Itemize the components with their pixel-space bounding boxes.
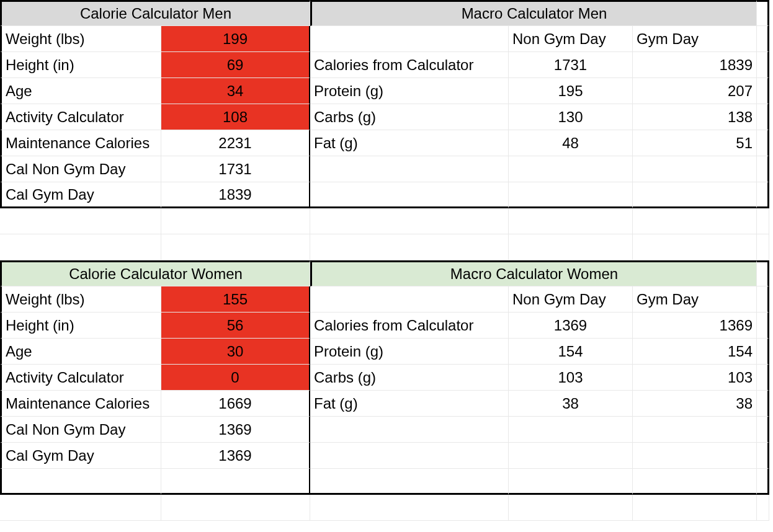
label-carbs-women: Carbs (g) (310, 365, 509, 391)
input-height-women[interactable]: 56 (161, 313, 310, 339)
empty-cell (509, 156, 633, 182)
label-age-men: Age (0, 78, 161, 104)
col-header-nongym-men: Non Gym Day (509, 26, 633, 52)
label-calgym-women: Cal Gym Day (0, 443, 161, 469)
value-cal-gym-women: 1369 (633, 313, 757, 339)
input-age-men[interactable]: 34 (161, 78, 310, 104)
header-macro-women: Macro Calculator Women (310, 260, 757, 286)
empty-cell (310, 469, 509, 495)
label-calnongym-women: Cal Non Gym Day (0, 417, 161, 443)
label-activity-women: Activity Calculator (0, 365, 161, 391)
label-weight-women: Weight (lbs) (0, 286, 161, 313)
empty-cell (633, 443, 757, 469)
input-activity-women[interactable]: 0 (161, 365, 310, 391)
empty-cell (310, 182, 509, 208)
macro-blank (310, 286, 509, 313)
empty-cell (757, 495, 769, 521)
spacer (757, 156, 769, 182)
value-protein-nongym-men: 195 (509, 78, 633, 104)
label-calgym-men: Cal Gym Day (0, 182, 161, 208)
empty-cell (509, 208, 633, 234)
empty-cell (633, 182, 757, 208)
value-protein-nongym-women: 154 (509, 339, 633, 365)
value-protein-gym-men: 207 (633, 78, 757, 104)
value-fat-gym-women: 38 (633, 391, 757, 417)
value-calgym-men: 1839 (161, 182, 310, 208)
macro-blank (310, 26, 509, 52)
input-height-men[interactable]: 69 (161, 52, 310, 78)
label-height-men: Height (in) (0, 52, 161, 78)
input-weight-men[interactable]: 199 (161, 26, 310, 52)
col-header-nongym-women: Non Gym Day (509, 286, 633, 313)
value-calnongym-men: 1731 (161, 156, 310, 182)
value-carbs-gym-women: 103 (633, 365, 757, 391)
empty-cell (310, 208, 509, 234)
label-weight-men: Weight (lbs) (0, 26, 161, 52)
spacer (757, 26, 769, 52)
spacer (757, 130, 769, 156)
value-maintenance-men: 2231 (161, 130, 310, 156)
spacer (757, 365, 769, 391)
empty-cell (161, 208, 310, 234)
label-maintenance-men: Maintenance Calories (0, 130, 161, 156)
empty-cell (310, 443, 509, 469)
label-fat-men: Fat (g) (310, 130, 509, 156)
empty-cell (310, 417, 509, 443)
spacer (757, 286, 769, 313)
spacer (757, 104, 769, 130)
input-age-women[interactable]: 30 (161, 339, 310, 365)
label-height-women: Height (in) (0, 313, 161, 339)
empty-cell (310, 156, 509, 182)
label-protein-men: Protein (g) (310, 78, 509, 104)
label-age-women: Age (0, 339, 161, 365)
value-cal-gym-men: 1839 (633, 52, 757, 78)
empty-cell (633, 208, 757, 234)
empty-cell (757, 234, 769, 260)
label-calories-from-calc-men: Calories from Calculator (310, 52, 509, 78)
empty-cell (509, 182, 633, 208)
empty-cell (161, 234, 310, 260)
empty-cell (509, 469, 633, 495)
value-fat-gym-men: 51 (633, 130, 757, 156)
spacer (757, 78, 769, 104)
spacer (757, 469, 769, 495)
empty-cell (310, 495, 509, 521)
empty-cell (0, 234, 161, 260)
label-activity-men: Activity Calculator (0, 104, 161, 130)
empty-cell (509, 443, 633, 469)
value-fat-nongym-women: 38 (509, 391, 633, 417)
value-protein-gym-women: 154 (633, 339, 757, 365)
spacer (757, 443, 769, 469)
col-header-gym-men: Gym Day (633, 26, 757, 52)
empty-cell (509, 234, 633, 260)
label-calnongym-men: Cal Non Gym Day (0, 156, 161, 182)
spacer (757, 313, 769, 339)
label-carbs-men: Carbs (g) (310, 104, 509, 130)
value-cal-nongym-women: 1369 (509, 313, 633, 339)
value-carbs-nongym-men: 130 (509, 104, 633, 130)
value-calgym-women: 1369 (161, 443, 310, 469)
label-maintenance-women: Maintenance Calories (0, 391, 161, 417)
value-calnongym-women: 1369 (161, 417, 310, 443)
value-maintenance-women: 1669 (161, 391, 310, 417)
value-carbs-gym-men: 138 (633, 104, 757, 130)
label-fat-women: Fat (g) (310, 391, 509, 417)
empty-cell (161, 469, 310, 495)
value-carbs-nongym-women: 103 (509, 365, 633, 391)
spacer (757, 260, 769, 286)
input-activity-men[interactable]: 108 (161, 104, 310, 130)
spacer (757, 391, 769, 417)
empty-cell (633, 156, 757, 182)
header-calorie-men: Calorie Calculator Men (0, 0, 310, 26)
header-macro-men: Macro Calculator Men (310, 0, 757, 26)
empty-cell (310, 234, 509, 260)
input-weight-women[interactable]: 155 (161, 286, 310, 313)
spacer (757, 0, 769, 26)
spacer (757, 339, 769, 365)
value-cal-nongym-men: 1731 (509, 52, 633, 78)
empty-cell (757, 208, 769, 234)
empty-cell (633, 495, 757, 521)
empty-cell (633, 234, 757, 260)
label-protein-women: Protein (g) (310, 339, 509, 365)
spacer (757, 417, 769, 443)
